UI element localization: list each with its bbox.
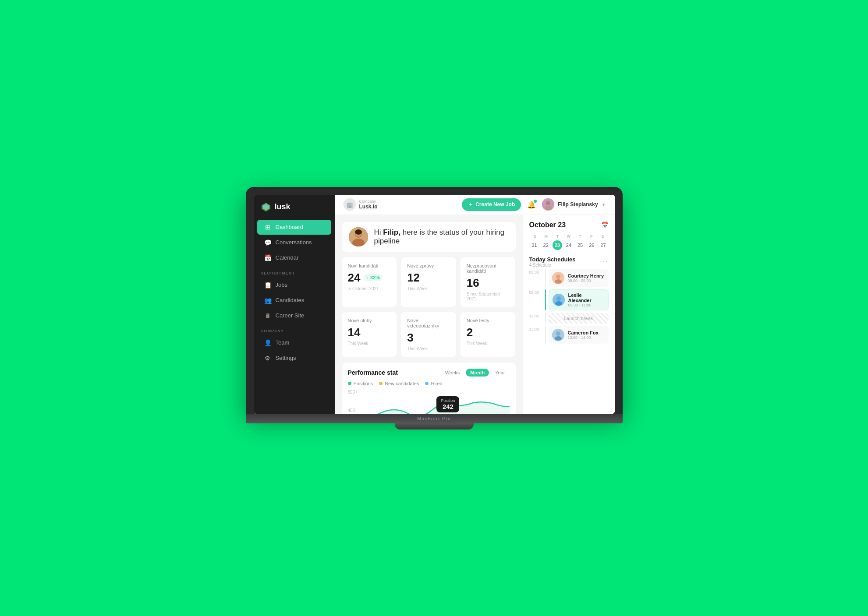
stat-value: 24 ↑ 32% [348, 271, 391, 285]
company-selector[interactable]: 🏢 Company Lusk.io [344, 198, 457, 211]
svg-point-14 [556, 275, 560, 279]
calendar-icon[interactable]: 📅 [601, 222, 609, 229]
schedule-count: 4 Schedule [529, 263, 576, 268]
sidebar-item-calendar[interactable]: 📅 Calendar [257, 250, 331, 265]
schedule-entry-cameron[interactable]: Cameron Fox 13:00 - 14:00 [549, 326, 609, 344]
time-label: 08:00 [529, 269, 542, 275]
sidebar-item-career-site[interactable]: 🖥 Career Site [257, 308, 331, 323]
sidebar-item-team[interactable]: 👤 Team [257, 335, 331, 350]
sidebar-item-conversations[interactable]: 💬 Conversations [257, 235, 331, 250]
time-label: 12:00 [529, 313, 542, 318]
company-label: Company [359, 199, 378, 204]
screen-bezel: lusk ⊞ Dashboard 💬 Conversations 📅 Calen… [246, 187, 623, 414]
cal-cell[interactable]: 26 [587, 240, 596, 250]
sidebar-item-label: Team [276, 339, 290, 346]
sched-time: 08:00 - 09:00 [568, 278, 605, 283]
svg-point-20 [556, 331, 560, 336]
logo-text: lusk [275, 202, 291, 211]
stat-card-video: Nové videodotazníky 3 This Week [401, 312, 456, 357]
sidebar-item-settings[interactable]: ⚙ Settings [257, 351, 331, 366]
stat-value: 12 [407, 271, 450, 285]
legend-new-candidates: New candidates [379, 381, 419, 386]
sched-info: Courtney Henry 08:00 - 09:00 [568, 273, 605, 283]
user-menu[interactable]: Filip Stepiansky ▼ [542, 198, 606, 211]
stat-value: 2 [467, 326, 510, 339]
cal-cell[interactable]: 25 [575, 240, 585, 250]
cal-cell[interactable]: 24 [564, 240, 574, 250]
stat-sub: Since September 2021 [467, 292, 510, 301]
greeting-prefix: Hi [374, 228, 383, 236]
stat-sub: This Week [407, 346, 450, 351]
svg-point-15 [555, 279, 562, 284]
stat-value: 16 [467, 276, 510, 290]
conversations-icon: 💬 [264, 239, 271, 246]
tab-month[interactable]: Month [466, 369, 489, 377]
cal-cell[interactable]: 21 [530, 240, 539, 250]
new-candidates-dot [379, 382, 383, 385]
sidebar-item-label: Dashboard [276, 224, 304, 230]
sched-info: Cameron Fox 13:00 - 14:00 [568, 330, 605, 340]
greeting-bar: Hi Filip, here is the status of your hir… [342, 222, 516, 252]
sidebar-navigation: ⊞ Dashboard 💬 Conversations 📅 Calendar R… [254, 219, 335, 407]
schedule-more-button[interactable]: ··· [600, 258, 608, 266]
company-info: Company Lusk.io [359, 199, 378, 210]
main-content: 🏢 Company Lusk.io ＋ Create New Job [335, 195, 615, 414]
sidebar-item-label: Career Site [276, 312, 305, 319]
stat-badge: ↑ 32% [364, 274, 383, 281]
cal-cell[interactable]: 27 [598, 240, 608, 250]
settings-icon: ⚙ [264, 355, 271, 362]
dashboard-icon: ⊞ [264, 224, 271, 231]
schedule-entry-leslie[interactable]: Leslie Alexander 09:30 - 11:00 [549, 289, 609, 310]
positions-dot [348, 382, 351, 385]
time-line [545, 269, 546, 287]
calendar-grid: S M T W T F S 21 22 23 [529, 234, 609, 250]
cal-header: October 23 📅 [529, 221, 609, 229]
time-line [545, 313, 546, 324]
time-label: 13:00 [529, 326, 542, 331]
stat-sub: This Week [467, 341, 510, 346]
tab-weeks[interactable]: Weeks [441, 369, 464, 377]
cal-cell[interactable]: 22 [541, 240, 551, 250]
team-icon: 👤 [264, 339, 271, 346]
schedule-title: Today Schedules [529, 256, 576, 263]
svg-point-6 [546, 201, 550, 205]
cal-day-headers: S M T W T F S [529, 234, 609, 239]
stat-label: Nezpracovaní kandidáti [467, 263, 510, 274]
chevron-down-icon: ▼ [602, 202, 606, 207]
time-line [545, 326, 546, 344]
notification-button[interactable]: 🔔 [527, 201, 536, 209]
candidates-icon: 👥 [264, 297, 271, 304]
svg-text:🏢: 🏢 [346, 201, 353, 208]
tab-year[interactable]: Year [491, 369, 509, 377]
performance-card: Performance stat Weeks Month Year [342, 363, 516, 414]
body-area: Hi Filip, here is the status of your hir… [335, 215, 615, 414]
sidebar-item-dashboard[interactable]: ⊞ Dashboard [257, 220, 331, 235]
stat-sub: This Week [348, 341, 391, 346]
stat-label: Nové úlohy [348, 318, 391, 323]
dashboard: Hi Filip, here is the status of your hir… [335, 215, 523, 414]
stat-card-unprocessed: Nezpracovaní kandidáti 16 Since Septembe… [461, 257, 516, 307]
calendar-panel: October 23 📅 S M T W T F S [523, 215, 615, 414]
recruitment-section-label: RECRUITMENT [254, 266, 335, 277]
stat-card-new-candidates: Noví kandidáti 24 ↑ 32% in October 2021 [342, 257, 397, 307]
career-site-icon: 🖥 [264, 312, 271, 319]
jobs-icon: 📋 [264, 282, 271, 289]
sidebar-item-candidates[interactable]: 👥 Candidates [257, 293, 331, 308]
company-avatar: 🏢 [344, 198, 356, 211]
create-new-job-button[interactable]: ＋ Create New Job [462, 198, 521, 211]
chart-y-labels: 500+ 400 200 [348, 390, 358, 414]
sidebar-item-label: Calendar [276, 254, 299, 261]
perf-header: Performance stat Weeks Month Year [348, 369, 510, 377]
legend-positions: Positions [348, 381, 373, 386]
schedule-entry-courtney[interactable]: Courtney Henry 08:00 - 09:00 [549, 269, 609, 287]
stat-label: Nové videodotazníky [407, 318, 450, 328]
sched-name: Courtney Henry [568, 273, 605, 278]
laptop-model: MacBook Pro [417, 416, 451, 421]
calendar-icon: 📅 [264, 254, 271, 261]
notification-dot [534, 200, 537, 203]
sidebar-item-jobs[interactable]: 📋 Jobs [257, 278, 331, 292]
cal-month: October 23 [529, 221, 566, 229]
schedule-break: Launch break [549, 313, 609, 324]
cal-cell-today[interactable]: 23 [553, 240, 562, 250]
laptop: lusk ⊞ Dashboard 💬 Conversations 📅 Calen… [246, 187, 623, 429]
